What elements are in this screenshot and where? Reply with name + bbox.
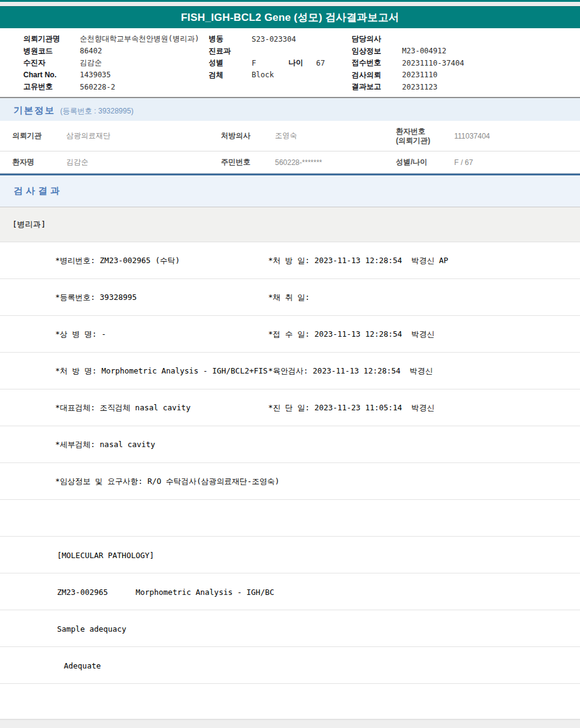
basic-value-patient-name: 김감순 <box>66 157 221 167</box>
result-right-text: *접 수 일: 2023-11-13 12:28:54 박경신 <box>268 329 435 339</box>
result-row-empty <box>0 500 580 537</box>
result-row-molecular-pathology-header: [MOLECULAR PATHOLOGY] <box>0 537 580 573</box>
header-field-receipt-no: 접수번호 20231110-37404 <box>352 57 464 69</box>
result-left-text: *임상정보 및 요구사항: R/O 수탁검사(삼광의료재단-조영숙) <box>55 476 279 486</box>
footer-bar <box>0 719 580 728</box>
result-right-text: *처 방 일: 2023-11-13 12:28:54 박경신 AP <box>268 255 448 266</box>
basic-value-prescribing-doctor: 조영숙 <box>275 131 396 141</box>
field-label: 수진자 <box>23 58 80 68</box>
result-right-text: *육안검사: 2023-11-13 12:28:54 박경신 <box>268 366 433 376</box>
basic-value-requesting-org: 삼광의료재단 <box>66 131 221 141</box>
field-value: F <box>252 59 288 67</box>
field-label: 성별 <box>209 58 252 68</box>
field-value: 김감순 <box>80 58 102 68</box>
report-title: FISH_IGH-BCL2 Gene (성모) 검사결과보고서 <box>181 10 400 25</box>
field-value: 1439035 <box>80 71 111 79</box>
result-row-diagnosis-name: *상 병 명: - *접 수 일: 2023-11-13 12:28:54 박경… <box>0 316 580 353</box>
field-value: 순천향대학교부속천안병원(병리과) <box>80 34 199 44</box>
header-field-requesting-org: 의뢰기관명 순천향대학교부속천안병원(병리과) <box>23 33 199 45</box>
result-left-text: *등록번호: 39328995 <box>55 292 137 302</box>
result-left-text: *처 방 명: Morphometric Analysis - IGH/BCL2… <box>55 366 268 376</box>
header-field-report-date: 결과보고 20231123 <box>352 81 464 93</box>
header-field-sex-age: 성별 F 나이 67 <box>209 57 325 69</box>
field-label: 검체 <box>209 70 252 80</box>
patient-header-block: 의뢰기관명 순천향대학교부속천안병원(병리과) 병원코드 86402 수진자 김… <box>0 28 580 97</box>
department-row: [병리과] <box>0 207 580 242</box>
basic-label-resident-no: 주민번호 <box>221 157 275 167</box>
field-value: Block <box>252 71 274 79</box>
basic-info-title: 기본정보 <box>14 105 55 117</box>
field-label: 병원코드 <box>23 46 80 56</box>
field-label: 접수번호 <box>352 58 402 68</box>
field-value: 20231110-37404 <box>402 59 464 67</box>
basic-label-patient-name: 환자명 <box>0 157 66 167</box>
field-value: 560228-2 <box>80 83 115 91</box>
result-row-empty <box>0 684 580 719</box>
basic-value-sex-age: F / 67 <box>454 158 580 167</box>
basic-info-registration-note: (등록번호 : 39328995) <box>60 106 133 117</box>
field-label: 고유번호 <box>23 82 80 92</box>
basic-info-section-header: 기본정보 (등록번호 : 39328995) <box>0 98 580 121</box>
result-left-text: *상 병 명: - <box>55 329 106 339</box>
field-label: 의뢰기관명 <box>23 34 80 44</box>
field-label: 담당의사 <box>352 34 402 44</box>
header-field-department: 진료과 <box>209 45 325 58</box>
field-value: 20231123 <box>402 83 438 91</box>
field-value: M23-004912 <box>402 47 446 55</box>
result-left-text: *대표검체: 조직검체 nasal cavity <box>55 402 190 413</box>
basic-info-row: 환자명 김감순 주민번호 560228-******* 성별/나이 F / 67 <box>0 151 580 174</box>
result-left-text: Adequate <box>64 661 101 670</box>
result-left-text: ZM23-002965 Morphometric Analysis - IGH/… <box>57 587 274 596</box>
basic-info-row: 의뢰기관 삼광의료재단 처방의사 조영숙 환자번호 (의뢰기관) 1110374… <box>0 121 580 151</box>
result-row-registration-no: *등록번호: 39328995 *채 취 일: <box>0 279 580 316</box>
result-right-text: *채 취 일: <box>268 292 310 302</box>
header-field-unique-no: 고유번호 560228-2 <box>23 81 199 93</box>
report-title-bar: FISH_IGH-BCL2 Gene (성모) 검사결과보고서 <box>0 6 580 28</box>
field-label-age: 나이 <box>288 58 316 68</box>
header-field-clinical-info: 임상정보 M23-004912 <box>352 45 464 58</box>
basic-label-sex-age: 성별/나이 <box>396 158 454 167</box>
result-left-text: *세부검체: nasal cavity <box>55 439 155 450</box>
result-row-adequate: Adequate <box>0 647 580 684</box>
basic-label-requesting-org: 의뢰기관 <box>0 131 66 141</box>
result-row-prescription-name: *처 방 명: Morphometric Analysis - IGH/BCL2… <box>0 353 580 389</box>
header-field-chart-no: Chart No. 1439035 <box>23 69 199 82</box>
result-row-detail-specimen: *세부검체: nasal cavity <box>0 426 580 463</box>
results-title: 검사결과 <box>14 185 63 197</box>
field-label: 임상정보 <box>352 46 402 56</box>
top-gap <box>0 2 580 6</box>
result-row-pathology-no: *병리번호: ZM23-002965 (수탁) *처 방 일: 2023-11-… <box>0 242 580 279</box>
result-row-clinical-request: *임상정보 및 요구사항: R/O 수탁검사(삼광의료재단-조영숙) <box>0 463 580 500</box>
field-label: 진료과 <box>209 46 252 56</box>
basic-label-patient-no: 환자번호 (의뢰기관) <box>396 127 454 145</box>
result-row-representative-specimen: *대표검체: 조직검체 nasal cavity *진 단 일: 2023-11… <box>0 389 580 426</box>
results-section-header: 검사결과 <box>0 175 580 207</box>
patient-header-left-column: 의뢰기관명 순천향대학교부속천안병원(병리과) 병원코드 86402 수진자 김… <box>23 33 199 93</box>
field-label: 검사의뢰 <box>352 70 402 80</box>
basic-value-resident-no: 560228-******* <box>275 158 396 167</box>
result-left-text: Sample adequacy <box>57 624 126 633</box>
basic-value-patient-no: 111037404 <box>454 132 580 140</box>
header-field-hospital-code: 병원코드 86402 <box>23 45 199 58</box>
field-value: 20231110 <box>402 71 438 79</box>
basic-label-prescribing-doctor: 처방의사 <box>221 131 275 141</box>
result-left-text: *병리번호: ZM23-002965 (수탁) <box>55 255 180 266</box>
field-value-age: 67 <box>316 59 325 67</box>
header-field-patient: 수진자 김감순 <box>23 57 199 69</box>
patient-header-middle-column: 병동 S23-023304 진료과 성별 F 나이 67 검체 Block <box>209 33 325 81</box>
result-row-test-item: ZM23-002965 Morphometric Analysis - IGH/… <box>0 573 580 610</box>
header-field-ward: 병동 S23-023304 <box>209 33 325 45</box>
field-label: Chart No. <box>23 71 80 79</box>
field-value: S23-023304 <box>252 35 296 44</box>
result-left-text: [MOLECULAR PATHOLOGY] <box>57 550 154 559</box>
header-field-doctor: 담당의사 <box>352 33 464 45</box>
result-row-sample-adequacy: Sample adequacy <box>0 610 580 647</box>
field-value: 86402 <box>80 47 102 55</box>
field-label: 결과보고 <box>352 82 402 92</box>
header-field-specimen: 검체 Block <box>209 69 325 82</box>
field-label: 병동 <box>209 34 252 44</box>
result-right-text: *진 단 일: 2023-11-23 11:05:14 박경신 <box>268 402 435 413</box>
header-field-test-request-date: 검사의뢰 20231110 <box>352 69 464 82</box>
patient-header-right-column: 담당의사 임상정보 M23-004912 접수번호 20231110-37404… <box>352 33 464 93</box>
department-label: [병리과] <box>12 219 46 230</box>
